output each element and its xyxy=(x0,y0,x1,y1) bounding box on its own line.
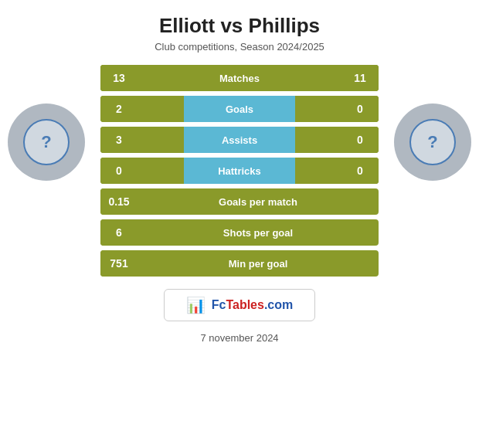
avatar-right-inner: ? xyxy=(409,119,456,165)
stat-label: Matches xyxy=(138,65,341,91)
stat-row: 0Hattricks0 xyxy=(100,158,379,184)
main-area: ? 13Matches112Goals03Assists00Hattricks0… xyxy=(0,65,479,277)
stat-right-value: 0 xyxy=(341,127,379,153)
main-container: Elliott vs Phillips Club competitions, S… xyxy=(0,0,479,448)
stat-right-value: 0 xyxy=(341,96,379,122)
stat-row: 13Matches11 xyxy=(100,65,379,91)
stat-left-value: 13 xyxy=(100,65,138,91)
page-title: Elliott vs Phillips xyxy=(155,14,324,38)
stat-row: 751Min per goal xyxy=(100,250,379,277)
stat-row: 2Goals0 xyxy=(100,96,379,122)
date-label: 7 november 2024 xyxy=(200,332,278,344)
fctables-logo[interactable]: 📊 FcTables.com xyxy=(164,289,316,321)
stat-right-value: 0 xyxy=(341,158,379,184)
avatar-right: ? xyxy=(394,104,471,181)
avatar-left: ? xyxy=(8,104,85,181)
stat-label: Hattricks xyxy=(138,158,341,184)
stat-left-value: 751 xyxy=(100,250,138,277)
stat-label: Shots per goal xyxy=(138,219,379,246)
stat-right-value: 11 xyxy=(341,65,379,91)
page-subtitle: Club competitions, Season 2024/2025 xyxy=(155,41,324,53)
avatar-right-icon: ? xyxy=(427,132,437,152)
stat-label: Assists xyxy=(138,127,341,153)
stat-row: 0.15Goals per match xyxy=(100,188,379,215)
stat-row: 6Shots per goal xyxy=(100,219,379,246)
stat-label: Goals per match xyxy=(138,188,379,215)
stat-left-value: 2 xyxy=(100,96,138,122)
avatar-left-inner: ? xyxy=(23,119,70,165)
stat-row: 3Assists0 xyxy=(100,127,379,153)
fctables-icon: 📊 xyxy=(186,296,206,314)
fctables-text: FcTables.com xyxy=(212,298,294,312)
stat-left-value: 3 xyxy=(100,127,138,153)
avatar-left-icon: ? xyxy=(41,132,51,152)
stat-label: Min per goal xyxy=(138,250,379,277)
stat-left-value: 0 xyxy=(100,158,138,184)
stat-label: Goals xyxy=(138,96,341,122)
stat-left-value: 6 xyxy=(100,219,138,246)
stats-area: 13Matches112Goals03Assists00Hattricks00.… xyxy=(100,65,379,277)
header: Elliott vs Phillips Club competitions, S… xyxy=(155,0,324,57)
stat-left-value: 0.15 xyxy=(100,188,138,215)
